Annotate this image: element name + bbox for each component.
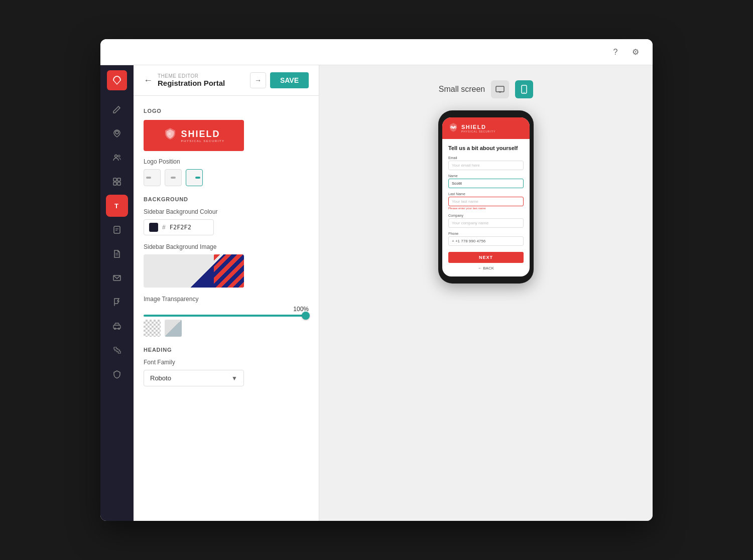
- phone-field-label-name: Name: [448, 174, 524, 178]
- nav-item-puzzle[interactable]: [106, 339, 128, 361]
- svg-rect-3: [113, 178, 116, 181]
- phone-back-link[interactable]: ← BACK: [448, 266, 524, 270]
- svg-text:T: T: [114, 202, 118, 210]
- svg-rect-18: [496, 86, 504, 92]
- nav-item-grid[interactable]: [106, 171, 128, 193]
- phone-field-phone: Phone + +1 778 990 4756: [448, 232, 524, 246]
- nav-item-shield[interactable]: [106, 363, 128, 385]
- phone-field-email: Email Your email here: [448, 156, 524, 170]
- desktop-screen-button[interactable]: [491, 80, 509, 98]
- logo-shield-icon: ≡: [163, 127, 177, 144]
- sidebar-bg-image-label: Sidebar Background Image: [144, 243, 309, 250]
- forward-arrow-button[interactable]: →: [250, 72, 266, 88]
- help-icon[interactable]: ?: [608, 45, 622, 59]
- phone-next-button[interactable]: NEXT: [448, 252, 524, 263]
- color-field[interactable]: # F2F2F2: [144, 219, 214, 235]
- transparency-slider[interactable]: [144, 315, 309, 317]
- editor-title-group: THEME EDITOR Registration Portal: [158, 73, 225, 87]
- transparency-label: Image Transparency: [144, 296, 309, 303]
- phone-field-error-lastname: Please enter your last name: [448, 207, 524, 210]
- main-area: T: [100, 65, 653, 521]
- font-family-select[interactable]: Roboto ▼: [144, 370, 244, 386]
- slider-thumb[interactable]: [302, 312, 310, 320]
- position-left[interactable]: [144, 169, 161, 186]
- phone-header: SHIELD PHYSICAL SECURITY: [442, 117, 530, 139]
- app-logo: [107, 70, 127, 90]
- mobile-screen-button[interactable]: [515, 80, 533, 98]
- editor-actions: → SAVE: [250, 72, 309, 88]
- nav-item-users[interactable]: [106, 147, 128, 169]
- svg-point-1: [115, 155, 117, 158]
- nav-item-location[interactable]: [106, 122, 128, 145]
- phone-input-company: Your company name: [448, 218, 524, 228]
- svg-point-0: [115, 131, 118, 134]
- nav-item-document[interactable]: [106, 243, 128, 265]
- svg-rect-5: [113, 182, 116, 185]
- settings-icon[interactable]: ⚙: [629, 45, 643, 59]
- nav-item-theme[interactable]: T: [106, 195, 128, 217]
- font-family-label: Font Family: [144, 359, 309, 366]
- phone-body: Tell us a bit about yourself Email Your …: [442, 139, 530, 276]
- nav-item-car[interactable]: [106, 315, 128, 337]
- phone-logo-text: SHIELD: [461, 124, 495, 130]
- editor-header: ← THEME EDITOR Registration Portal → SAV…: [134, 65, 319, 96]
- editor-title: Registration Portal: [158, 79, 225, 87]
- bg-image-preview: [144, 254, 244, 288]
- phone-field-label-lastname: Last Name: [448, 192, 524, 196]
- editor-panel: ← THEME EDITOR Registration Portal → SAV…: [134, 65, 319, 521]
- font-family-value: Roboto: [150, 374, 171, 382]
- position-right-indicator: [195, 177, 200, 179]
- preview-area: Small screen: [319, 65, 653, 521]
- image-thumb: [165, 320, 182, 337]
- color-value: F2F2F2: [170, 224, 191, 231]
- phone-input-lastname: Your last name: [448, 197, 524, 206]
- app-window: ? ⚙: [100, 39, 653, 521]
- editor-scroll: LOGO ≡ SHIELD: [134, 96, 319, 521]
- svg-rect-6: [117, 182, 120, 185]
- phone-logo-sub: PHYSICAL SECURITY: [461, 130, 495, 133]
- left-nav: T: [100, 65, 134, 521]
- phone-screen: SHIELD PHYSICAL SECURITY Tell us a bit a…: [442, 117, 530, 276]
- nav-item-badge[interactable]: [106, 219, 128, 241]
- transparency-value: 100%: [144, 306, 309, 313]
- sidebar-bg-colour-label: Sidebar Background Colour: [144, 208, 309, 215]
- hash-symbol: #: [162, 224, 166, 231]
- nav-item-edit[interactable]: [106, 98, 128, 120]
- editor-breadcrumb: THEME EDITOR: [158, 73, 225, 79]
- phone-input-phone: + +1 778 990 4756: [448, 236, 524, 246]
- phone-field-company: Company Your company name: [448, 214, 524, 228]
- transparency-preview-row: [144, 320, 309, 337]
- slider-track: [144, 315, 309, 317]
- phone-mockup: SHIELD PHYSICAL SECURITY Tell us a bit a…: [438, 110, 534, 284]
- nav-item-mail[interactable]: [106, 267, 128, 289]
- phone-logo-icon: [448, 122, 458, 134]
- logo-position-label: Logo Position: [144, 158, 309, 165]
- phone-field-label-phone: Phone: [448, 232, 524, 235]
- phone-field-lastname: Last Name Your last name Please enter yo…: [448, 192, 524, 210]
- position-left-indicator: [146, 177, 151, 179]
- position-center-indicator: [171, 177, 176, 179]
- screen-size-bar: Small screen: [439, 80, 533, 98]
- nav-item-flag[interactable]: [106, 291, 128, 313]
- back-button[interactable]: ←: [144, 75, 153, 86]
- position-center[interactable]: [165, 169, 182, 186]
- save-button[interactable]: SAVE: [270, 72, 309, 88]
- bg-image-stripes: [214, 254, 244, 288]
- svg-point-2: [118, 155, 120, 157]
- svg-rect-8: [114, 226, 120, 233]
- phone-input-email: Your email here: [448, 161, 524, 170]
- phone-form-title: Tell us a bit about yourself: [448, 145, 524, 151]
- svg-rect-4: [117, 178, 120, 181]
- logo-preview: ≡ SHIELD PHYSICAL SECURITY: [144, 120, 244, 151]
- phone-field-label-company: Company: [448, 214, 524, 217]
- position-right[interactable]: [186, 169, 203, 186]
- heading-section-label: HEADING: [144, 347, 309, 353]
- content-area: ← THEME EDITOR Registration Portal → SAV…: [134, 65, 653, 521]
- screen-size-label: Small screen: [439, 85, 485, 94]
- phone-input-name: Scotit: [448, 179, 524, 188]
- svg-text:≡: ≡: [168, 131, 171, 136]
- phone-field-label-email: Email: [448, 156, 524, 160]
- slider-fill: [144, 315, 309, 317]
- svg-point-22: [524, 92, 525, 93]
- phone-field-name: Name Scotit: [448, 174, 524, 188]
